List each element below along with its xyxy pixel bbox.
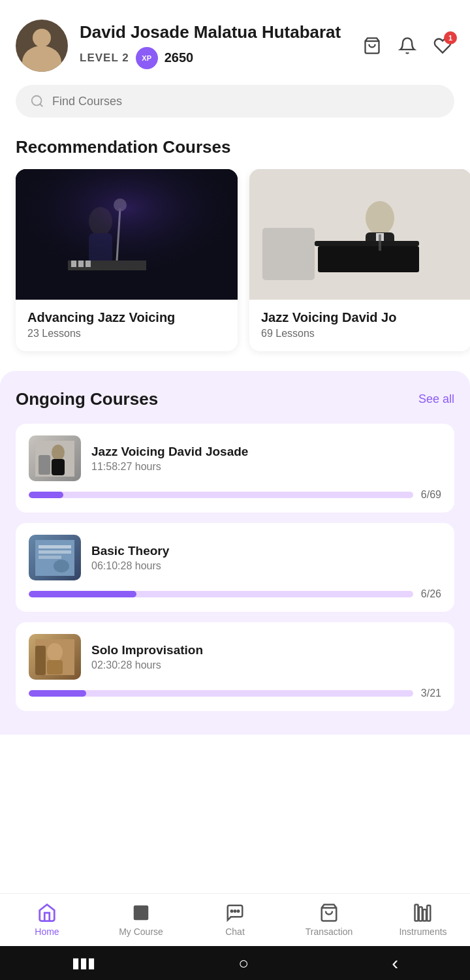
nav-transaction[interactable]: Transaction — [303, 902, 355, 937]
progress-bar-fill-2 — [29, 591, 136, 597]
bottom-nav: Home My Course Chat Tra — [0, 893, 470, 946]
progress-label-3: 3/21 — [421, 688, 441, 699]
ongoing-course-info-3: Solo Improvisation 02:30:28 hours — [91, 643, 441, 671]
xp-value: 2650 — [164, 50, 194, 65]
progress-bar-bg-2 — [29, 591, 413, 597]
cart-icon — [363, 37, 381, 55]
rec-course-lessons-2: 69 Lessons — [261, 328, 460, 340]
ongoing-course-name-2: Basic Theory — [91, 544, 441, 558]
recommendation-courses: Advancing Jazz Voicing 23 Lessons — [0, 169, 470, 371]
ongoing-thumb-svg-1 — [35, 441, 74, 477]
header: David Josade Malatua Hutabarat LEVEL 2 X… — [0, 0, 470, 85]
svg-rect-11 — [16, 169, 238, 300]
ongoing-thumb-svg-3 — [35, 639, 74, 675]
my-course-icon — [130, 902, 152, 924]
wishlist-badge: 1 — [444, 31, 457, 44]
ongoing-progress-row-2: 6/26 — [29, 588, 441, 600]
ongoing-thumb-3 — [29, 634, 81, 680]
rec-course-title-2: Jazz Voicing David Jo — [261, 310, 460, 325]
sys-recent-button[interactable]: ▮▮▮ — [72, 955, 95, 972]
nav-my-course[interactable]: My Course — [115, 902, 167, 937]
instruments-icon — [412, 902, 434, 924]
sys-home-button[interactable]: ○ — [238, 953, 249, 973]
progress-label-2: 6/26 — [421, 588, 441, 600]
progress-label-1: 6/69 — [421, 489, 441, 501]
cart-button[interactable] — [360, 34, 384, 57]
ongoing-course-1[interactable]: Jazz Voicing David Josade 11:58:27 hours… — [16, 424, 454, 513]
svg-rect-31 — [47, 660, 63, 674]
see-all-button[interactable]: See all — [418, 392, 454, 406]
progress-bar-bg-1 — [29, 492, 413, 498]
ongoing-section: Ongoing Courses See all Jazz Voicing Dav… — [0, 371, 470, 735]
svg-point-35 — [231, 910, 233, 912]
sys-back-button[interactable]: ‹ — [392, 952, 398, 974]
rec-course-body-1: Advancing Jazz Voicing 23 Lessons — [16, 300, 238, 351]
ongoing-thumb-2 — [29, 535, 81, 580]
system-nav-bar: ▮▮▮ ○ ‹ — [0, 946, 470, 980]
svg-rect-17 — [318, 246, 419, 272]
user-level-row: LEVEL 2 XP 2650 — [80, 47, 360, 69]
rec-course-card-2[interactable]: Jazz Voicing David Jo 69 Lessons — [249, 169, 470, 351]
search-input[interactable] — [52, 95, 440, 108]
svg-rect-38 — [415, 905, 418, 921]
nav-instruments-label: Instruments — [399, 926, 446, 937]
rec-course-image-1 — [16, 169, 238, 300]
svg-rect-41 — [427, 906, 430, 921]
ongoing-course-top-2: Basic Theory 06:10:28 hours — [29, 535, 441, 580]
ongoing-course-2[interactable]: Basic Theory 06:10:28 hours 6/26 — [16, 523, 454, 612]
progress-bar-bg-3 — [29, 690, 413, 697]
ongoing-title: Ongoing Courses — [16, 389, 158, 409]
svg-rect-27 — [39, 556, 61, 559]
rec-course-body-2: Jazz Voicing David Jo 69 Lessons — [249, 300, 470, 351]
ongoing-progress-row-1: 6/69 — [29, 489, 441, 501]
svg-rect-25 — [39, 545, 71, 548]
svg-rect-33 — [134, 906, 149, 921]
jazz-performer-svg — [16, 169, 238, 300]
ongoing-thumb-svg-2 — [35, 540, 74, 576]
ongoing-course-name-3: Solo Improvisation — [91, 643, 441, 657]
search-icon — [30, 94, 44, 108]
svg-point-13 — [366, 201, 394, 235]
ongoing-course-info-1: Jazz Voicing David Josade 11:58:27 hours — [91, 445, 441, 473]
nav-home[interactable]: Home — [21, 902, 73, 937]
rec-course-lessons-1: 23 Lessons — [27, 328, 226, 340]
ongoing-header: Ongoing Courses See all — [16, 389, 454, 409]
user-name: David Josade Malatua Hutabarat — [80, 22, 360, 42]
svg-point-34 — [234, 910, 236, 912]
ongoing-course-duration-3: 02:30:28 hours — [91, 659, 441, 671]
home-icon — [36, 902, 58, 924]
ongoing-course-info-2: Basic Theory 06:10:28 hours — [91, 544, 441, 572]
avatar — [16, 20, 68, 72]
svg-rect-18 — [379, 234, 381, 251]
svg-rect-22 — [52, 459, 65, 475]
svg-rect-19 — [262, 228, 315, 280]
ongoing-course-top-1: Jazz Voicing David Josade 11:58:27 hours — [29, 435, 441, 481]
header-actions: 1 — [360, 34, 454, 57]
progress-bar-fill-1 — [29, 492, 63, 498]
bell-icon — [398, 37, 416, 55]
search-section — [0, 85, 470, 131]
svg-rect-40 — [423, 909, 426, 921]
jazz-performer-svg-2 — [249, 169, 470, 300]
nav-chat[interactable]: Chat — [209, 902, 261, 937]
search-bar[interactable] — [16, 85, 454, 118]
svg-rect-23 — [39, 455, 50, 475]
svg-point-28 — [54, 560, 69, 573]
progress-bar-fill-3 — [29, 690, 86, 697]
svg-point-21 — [52, 445, 65, 460]
rec-course-card-1[interactable]: Advancing Jazz Voicing 23 Lessons — [16, 169, 238, 351]
svg-rect-26 — [39, 550, 71, 554]
xp-badge: XP — [136, 47, 158, 69]
notification-button[interactable] — [396, 34, 419, 57]
svg-rect-16 — [315, 241, 419, 246]
nav-chat-label: Chat — [225, 926, 245, 937]
ongoing-course-duration-1: 11:58:27 hours — [91, 461, 441, 473]
nav-instruments[interactable]: Instruments — [397, 902, 449, 937]
ongoing-progress-row-3: 3/21 — [29, 688, 441, 699]
chat-icon — [224, 902, 246, 924]
wishlist-button[interactable]: 1 — [431, 34, 454, 57]
transaction-icon — [318, 902, 340, 924]
ongoing-course-top-3: Solo Improvisation 02:30:28 hours — [29, 634, 441, 680]
ongoing-course-3[interactable]: Solo Improvisation 02:30:28 hours 3/21 — [16, 622, 454, 711]
level-text: LEVEL 2 — [80, 52, 129, 65]
